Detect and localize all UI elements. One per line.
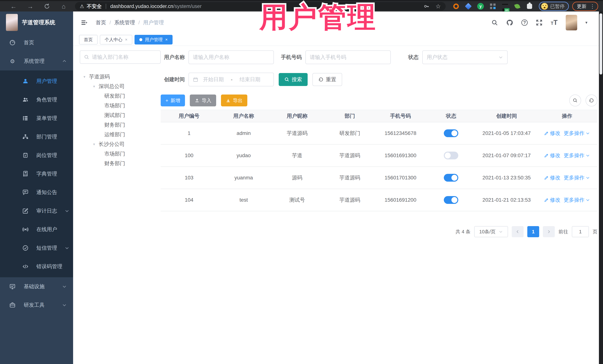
reset-button[interactable]: 重置: [313, 73, 342, 86]
tree-node[interactable]: 市场部门: [80, 149, 161, 159]
search-button[interactable]: 搜索: [279, 73, 308, 86]
tree-node[interactable]: 市场部门: [80, 101, 161, 110]
app-logo-row[interactable]: 芋道管理系统: [0, 11, 73, 33]
status-select[interactable]: 用户状态: [422, 50, 508, 64]
forward-icon[interactable]: →: [22, 3, 39, 10]
prev-page-button[interactable]: [512, 226, 524, 237]
back-icon[interactable]: ←: [5, 3, 22, 10]
bookmark-star-icon[interactable]: ☆: [435, 3, 441, 10]
browser-menu-icon[interactable]: ⋮: [590, 3, 595, 10]
sidebar-item-online-users[interactable]: 在线用户: [0, 220, 73, 239]
font-size-icon[interactable]: TT: [551, 19, 557, 26]
github-icon[interactable]: [506, 19, 513, 26]
more-actions-link[interactable]: 更多操作: [564, 197, 590, 203]
mobile-field[interactable]: [305, 50, 391, 64]
tree-node[interactable]: 运维部门: [80, 130, 161, 139]
caret-down-icon[interactable]: ▾: [92, 84, 96, 88]
sidebar-item-errcode-mgmt[interactable]: 错误码管理: [0, 257, 73, 276]
tab-user-mgmt[interactable]: 用户管理 ×: [135, 35, 173, 44]
caret-down-icon[interactable]: ▾: [92, 142, 96, 146]
tree-node[interactable]: ▾深圳总公司: [80, 82, 161, 91]
close-icon[interactable]: ×: [125, 37, 128, 42]
dept-search-input[interactable]: [92, 54, 157, 60]
more-actions-link[interactable]: 更多操作: [564, 152, 590, 159]
sidebar-item-devtools[interactable]: 研发工具: [0, 296, 73, 314]
home-icon[interactable]: ⌂: [55, 3, 72, 10]
tree-node[interactable]: 财务部门: [80, 159, 161, 168]
status-toggle[interactable]: [444, 129, 458, 137]
sidebar-item-role-mgmt[interactable]: 角色管理: [0, 90, 73, 109]
extension-gem-icon[interactable]: [464, 3, 472, 10]
sidebar-item-sms-mgmt[interactable]: 短信管理: [0, 239, 73, 257]
browser-scrollbar[interactable]: [599, 11, 603, 364]
refresh-button[interactable]: [586, 95, 597, 106]
breadcrumb-item[interactable]: 首页: [96, 19, 106, 26]
sidebar-item-user-mgmt[interactable]: 用户管理: [0, 72, 73, 90]
update-label: 更新: [577, 3, 587, 10]
edit-link[interactable]: 修改: [544, 130, 560, 137]
show-search-button[interactable]: [569, 95, 581, 106]
edit-link[interactable]: 修改: [544, 197, 560, 203]
cell-dept: 芋道源码: [325, 152, 375, 159]
extension-orange-icon[interactable]: [452, 3, 460, 10]
table-row: 100 yudao 芋道 芋道源码 15601691300 2021-01-07…: [161, 144, 597, 167]
sidebar-item-system[interactable]: ⚙ 系统管理: [0, 52, 73, 70]
key-icon[interactable]: [424, 3, 429, 9]
status-toggle[interactable]: [444, 196, 458, 204]
tree-node[interactable]: 研发部门: [80, 91, 161, 101]
extensions-puzzle-icon[interactable]: [526, 3, 533, 10]
tab-profile[interactable]: 个人中心 ×: [100, 35, 132, 44]
extension-tampermonkey-icon[interactable]: on: [501, 3, 509, 10]
more-actions-link[interactable]: 更多操作: [564, 174, 590, 181]
hamburger-icon[interactable]: [81, 19, 88, 26]
scrollbar-thumb[interactable]: [600, 13, 602, 75]
sidebar-item-dict-mgmt[interactable]: 字典管理: [0, 165, 73, 183]
cell-username: admin: [218, 130, 270, 136]
date-range-picker[interactable]: 开始日期 - 结束日期: [188, 73, 274, 86]
breadcrumb-item[interactable]: 系统管理: [114, 19, 135, 26]
add-button[interactable]: + 新增: [161, 95, 185, 106]
status-toggle[interactable]: [444, 152, 458, 159]
extension-leaf-icon[interactable]: [514, 3, 521, 10]
update-chip[interactable]: 更新 ⋮: [572, 2, 598, 11]
goto-page-input[interactable]: [572, 226, 589, 237]
sidebar-item-post-mgmt[interactable]: 岗位管理: [0, 146, 73, 165]
caret-down-icon[interactable]: ▾: [585, 20, 587, 25]
search-icon[interactable]: [491, 19, 498, 26]
extension-green-icon[interactable]: y: [477, 3, 484, 10]
tree-node[interactable]: ▾芋道源码: [80, 72, 161, 82]
fullscreen-icon[interactable]: [536, 19, 543, 26]
username-field[interactable]: [188, 50, 274, 64]
dept-search-box[interactable]: [80, 50, 161, 64]
export-button[interactable]: 导出: [221, 95, 247, 106]
import-button[interactable]: 导入: [190, 95, 216, 106]
caret-down-icon[interactable]: ▾: [82, 75, 87, 79]
extension-grid-icon[interactable]: [489, 3, 497, 10]
page-size-select[interactable]: 10条/页: [474, 226, 508, 237]
profile-paused-chip[interactable]: 已暂停: [539, 2, 569, 11]
status-toggle[interactable]: [444, 174, 458, 182]
tree-node[interactable]: 测试部门: [80, 110, 161, 120]
reload-icon[interactable]: [39, 3, 55, 9]
next-page-button[interactable]: [543, 226, 555, 237]
username-input[interactable]: [193, 54, 269, 60]
mobile-input[interactable]: [310, 54, 386, 60]
edit-link[interactable]: 修改: [544, 152, 560, 159]
help-icon[interactable]: ?: [521, 20, 528, 26]
sidebar-item-audit-log[interactable]: 审计日志: [0, 202, 73, 220]
sidebar-item-dept-mgmt[interactable]: 部门管理: [0, 128, 73, 146]
sidebar: 芋道管理系统 首页 ⚙ 系统管理 用户: [0, 11, 73, 364]
more-actions-link[interactable]: 更多操作: [564, 130, 590, 137]
avatar[interactable]: [566, 15, 577, 30]
current-page[interactable]: 1: [527, 226, 539, 237]
sidebar-item-home[interactable]: 首页: [0, 33, 73, 52]
close-icon[interactable]: ×: [165, 37, 168, 42]
date-start-placeholder: 开始日期: [203, 76, 224, 83]
sidebar-item-infra[interactable]: 基础设施: [0, 277, 73, 296]
tree-node[interactable]: ▾长沙分公司: [80, 139, 161, 149]
sidebar-item-menu-mgmt[interactable]: 菜单管理: [0, 109, 73, 128]
tree-node[interactable]: 财务部门: [80, 120, 161, 130]
sidebar-item-notice[interactable]: 通知公告: [0, 183, 73, 202]
tab-home[interactable]: 首页: [79, 35, 98, 44]
edit-link[interactable]: 修改: [544, 174, 560, 181]
